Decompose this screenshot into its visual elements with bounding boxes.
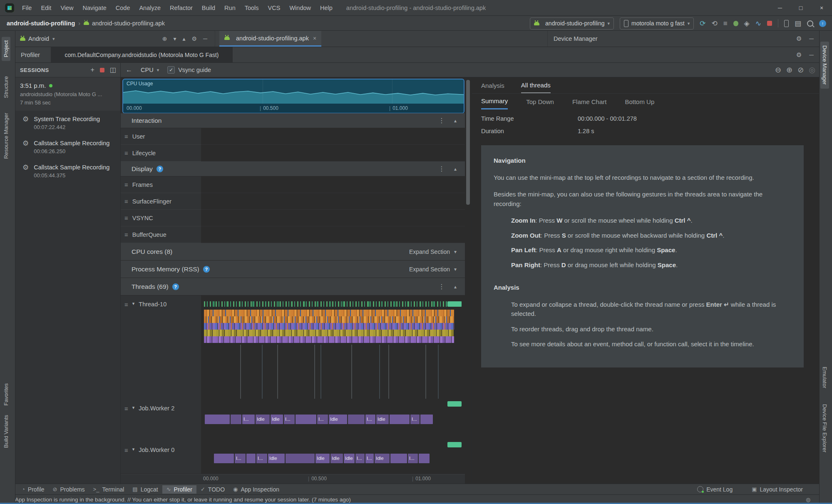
toolwindow-app-inspection[interactable]: ◉App Inspection <box>229 485 283 494</box>
collapse-section-icon[interactable]: ▴ <box>454 166 457 172</box>
session-item-current[interactable]: 3:51 p.m. androidstudio (Motorola Moto G… <box>15 77 120 111</box>
profiler-run-icon[interactable]: ∿ <box>755 20 761 27</box>
zoom-to-selection-icon[interactable]: ◎ <box>809 65 815 74</box>
collapse-all-icon[interactable]: ▴ <box>182 35 185 42</box>
thread-activity-segment[interactable] <box>348 415 365 424</box>
tab-flame-chart[interactable]: Flame Chart <box>572 94 607 109</box>
track-timeline[interactable] <box>201 145 465 161</box>
tab-all-threads[interactable]: All threads <box>521 77 551 93</box>
settings-gear-icon[interactable]: ⚙ <box>796 35 802 42</box>
sidebar-item-resource-manager[interactable]: Resource Manager <box>2 109 10 163</box>
track-timeline[interactable] <box>201 193 465 210</box>
thread-activity-segment[interactable]: I... <box>235 454 246 463</box>
zoom-in-icon[interactable]: ⊕ <box>786 65 792 74</box>
drag-handle-icon[interactable]: ≡ <box>124 149 128 156</box>
tab-analysis[interactable]: Analysis <box>481 77 504 93</box>
breadcrumb-file[interactable]: android-studio-profiling.apk <box>92 20 165 27</box>
collapse-section-icon[interactable]: ▴ <box>454 118 457 124</box>
thread-activity-segment[interactable] <box>390 454 407 463</box>
thread-activity-segment[interactable] <box>419 454 430 463</box>
project-view-selector[interactable]: Android <box>28 35 49 42</box>
session-recording-item[interactable]: ⚙ Callstack Sample Recording 00:05:44.37… <box>15 159 120 183</box>
sidebar-item-device-manager[interactable]: Device Manager <box>820 42 829 89</box>
ide-update-icon[interactable]: ↑ <box>819 20 826 27</box>
thread-activity-segment[interactable]: I... <box>284 415 295 424</box>
stop-icon[interactable] <box>767 21 772 26</box>
tab-summary[interactable]: Summary <box>481 94 508 109</box>
cpu-usage-minimap[interactable]: CPU Usage 00.000 |00.500 |01.000 <box>122 79 464 114</box>
thread-flame-chart[interactable] <box>201 295 465 400</box>
drag-handle-icon[interactable]: ≡ <box>124 301 128 308</box>
track-timeline[interactable] <box>201 210 465 226</box>
thread-activity-segment[interactable] <box>214 454 234 463</box>
section-header-threads[interactable]: Threads (69) ? ⋮ ▴ <box>121 278 465 295</box>
section-header-interaction[interactable]: Interaction ⋮ ▴ <box>121 113 465 128</box>
hide-panel-icon[interactable]: ─ <box>809 35 814 42</box>
drag-handle-icon[interactable]: ≡ <box>124 181 128 188</box>
drag-handle-icon[interactable]: ≡ <box>124 405 128 412</box>
thread-activity-segment[interactable]: I... <box>365 415 375 424</box>
thread-activity-segment[interactable]: I... <box>410 415 420 424</box>
menu-tools[interactable]: Tools <box>240 5 263 11</box>
toolwindow-event-log[interactable]: Event Log <box>693 485 737 494</box>
thread-activity-segment[interactable] <box>246 454 256 463</box>
sidebar-item-emulator[interactable]: Emulator <box>820 363 829 392</box>
menu-refactor[interactable]: Refactor <box>165 5 197 11</box>
toolwindow-todo[interactable]: ✓TODO <box>196 485 229 494</box>
toolwindow-terminal[interactable]: >_Terminal <box>89 485 129 494</box>
device-manager-icon[interactable]: ▤ <box>795 20 801 27</box>
thread-activity-segment[interactable]: I... <box>365 454 374 463</box>
thread-activity-segment[interactable]: I... <box>355 454 365 463</box>
drag-handle-icon[interactable]: ≡ <box>124 133 128 140</box>
metric-selector[interactable]: CPU ▾ <box>141 67 159 73</box>
section-header-display[interactable]: Display ? ⋮ ▴ <box>121 161 465 176</box>
thread-activity-segment[interactable] <box>205 415 230 424</box>
track-row-bufferqueue[interactable]: ≡BufferQueue <box>121 226 465 243</box>
new-session-icon[interactable]: + <box>91 67 94 73</box>
thread-state-chart[interactable]: I...IdleIdleI...I...IdleI...IdleI... <box>201 400 465 442</box>
thread-activity-segment[interactable]: I... <box>317 415 328 424</box>
menu-navigate[interactable]: Navigate <box>78 5 111 11</box>
thread-track-thread-10[interactable]: ≡ ▾ Thread-10 <box>121 295 465 400</box>
settings-gear-icon[interactable]: ⚙ <box>796 51 802 59</box>
menu-code[interactable]: Code <box>111 5 135 11</box>
kebab-menu-icon[interactable]: ⋮ <box>438 165 445 173</box>
thread-activity-segment[interactable]: Idle <box>256 415 270 424</box>
track-row-vsync[interactable]: ≡VSYNC <box>121 210 465 226</box>
status-message[interactable]: App Inspection is running in the backgro… <box>15 497 351 503</box>
thread-activity-segment[interactable] <box>286 454 315 463</box>
settings-gear-icon[interactable]: ⚙ <box>192 35 197 42</box>
session-recording-item[interactable]: ⚙ Callstack Sample Recording 00:06:26.25… <box>15 135 120 159</box>
drag-handle-icon[interactable]: ≡ <box>124 214 128 221</box>
toolwindow-problems[interactable]: ⊘Problems <box>49 485 89 494</box>
breadcrumb-project[interactable]: android-studio-profiling <box>7 20 75 27</box>
sync-project-icon[interactable]: ⟳ <box>700 20 705 27</box>
tab-bottom-up[interactable]: Bottom Up <box>625 94 654 109</box>
drag-handle-icon[interactable]: ≡ <box>124 198 128 205</box>
thread-activity-segment[interactable]: I... <box>242 415 255 424</box>
hide-panel-icon[interactable]: ─ <box>809 51 814 58</box>
expand-section-label[interactable]: Expand Section <box>409 248 450 255</box>
close-tab-icon[interactable]: × <box>313 35 316 42</box>
track-timeline[interactable] <box>201 176 465 193</box>
track-row-surfaceflinger[interactable]: ≡SurfaceFlinger <box>121 193 465 210</box>
thread-expand-icon[interactable]: ▾ <box>132 447 135 452</box>
device-mirroring-icon[interactable] <box>784 20 789 27</box>
locate-file-icon[interactable]: ⊕ <box>162 35 167 42</box>
sidebar-item-favorites[interactable]: Favorites <box>2 380 10 409</box>
thread-activity-segment[interactable]: Idle <box>271 415 283 424</box>
device-selector[interactable]: motorola moto g fast ▾ <box>620 17 694 30</box>
close-button[interactable]: × <box>811 0 832 16</box>
track-row-user[interactable]: ≡User <box>121 128 465 145</box>
toolwindow-logcat[interactable]: ▤Logcat <box>128 485 162 494</box>
coverage-icon[interactable]: ◈ <box>744 20 750 27</box>
thread-activity-segment[interactable]: Idle <box>329 415 347 424</box>
help-icon[interactable]: ? <box>203 266 210 273</box>
sidebar-item-device-file-explorer[interactable]: Device File Explorer <box>820 400 829 456</box>
menu-help[interactable]: Help <box>315 5 337 11</box>
collapse-sessions-icon[interactable]: ◫ <box>110 67 116 73</box>
thread-activity-segment[interactable]: I... <box>408 454 418 463</box>
menu-edit[interactable]: Edit <box>36 5 56 11</box>
tab-top-down[interactable]: Top Down <box>526 94 554 109</box>
menu-run[interactable]: Run <box>220 5 240 11</box>
